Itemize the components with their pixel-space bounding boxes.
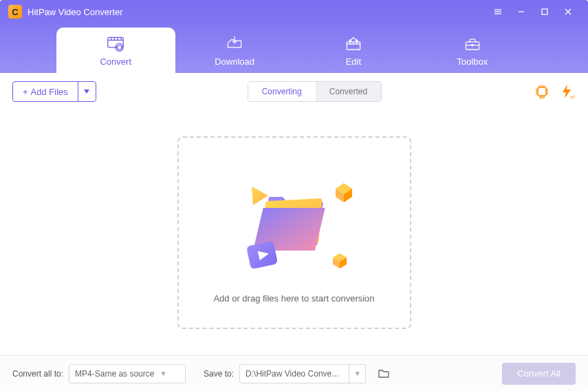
add-files-group: + Add Files [12, 81, 96, 102]
status-segment: Converting Converted [248, 81, 382, 102]
titlebar: C HitPaw Video Converter [0, 0, 588, 23]
dropzone[interactable]: Add or drag files here to start conversi… [177, 136, 411, 329]
gpu-accel-button[interactable]: on [533, 83, 551, 101]
tab-label: Toolbox [457, 56, 488, 67]
output-format-value: MP4-Same as source [75, 369, 154, 379]
convert-all-button[interactable]: Convert All [502, 363, 576, 385]
app-title: HitPaw Video Converter [28, 7, 123, 17]
save-path-select[interactable]: D:\HitPaw Video Conve... [239, 364, 349, 383]
tab-toolbox[interactable]: Toolbox [413, 28, 532, 73]
add-files-dropdown[interactable] [78, 82, 96, 101]
save-to-label: Save to: [204, 369, 234, 379]
main-nav: Convert Download Edit Toolbox [0, 23, 588, 73]
svg-point-20 [349, 40, 351, 41]
menu-button[interactable] [486, 0, 510, 23]
output-format-select[interactable]: MP4-Same as source ▼ [69, 364, 186, 383]
tab-label: Convert [100, 56, 131, 67]
convert-all-to-label: Convert all to: [12, 369, 63, 379]
footer: Convert all to: MP4-Same as source ▼ Sav… [0, 355, 588, 391]
save-path-dropdown[interactable]: ▼ [349, 364, 366, 383]
svg-text:on: on [540, 96, 545, 100]
lightning-button[interactable]: on [558, 83, 576, 101]
close-button[interactable] [556, 0, 580, 23]
add-files-label: Add Files [31, 87, 68, 97]
tab-convert[interactable]: Convert [56, 28, 175, 73]
tab-label: Download [215, 56, 254, 67]
minimize-button[interactable] [510, 0, 533, 23]
tab-edit[interactable]: Edit [294, 28, 413, 73]
toolbar: + Add Files Converting Converted on on [0, 73, 588, 110]
svg-point-21 [356, 40, 358, 41]
dropzone-hint: Add or drag files here to start conversi… [213, 293, 374, 304]
segment-converting[interactable]: Converting [248, 82, 316, 101]
save-path-value: D:\HitPaw Video Conve... [246, 369, 343, 379]
main-area: Add or drag files here to start conversi… [0, 110, 588, 355]
tab-download[interactable]: Download [175, 28, 294, 73]
open-folder-button[interactable] [374, 364, 393, 383]
svg-text:on: on [570, 94, 575, 99]
maximize-button[interactable] [533, 0, 556, 23]
segment-converted[interactable]: Converted [316, 82, 381, 101]
svg-point-24 [472, 44, 473, 45]
dropzone-illustration [219, 162, 370, 286]
app-logo: C [8, 5, 22, 19]
svg-rect-25 [538, 87, 546, 96]
add-files-button[interactable]: + Add Files [13, 82, 78, 101]
tab-label: Edit [346, 56, 361, 67]
svg-rect-4 [542, 9, 547, 14]
chevron-down-icon: ▼ [160, 370, 166, 377]
plus-icon: + [23, 87, 28, 97]
